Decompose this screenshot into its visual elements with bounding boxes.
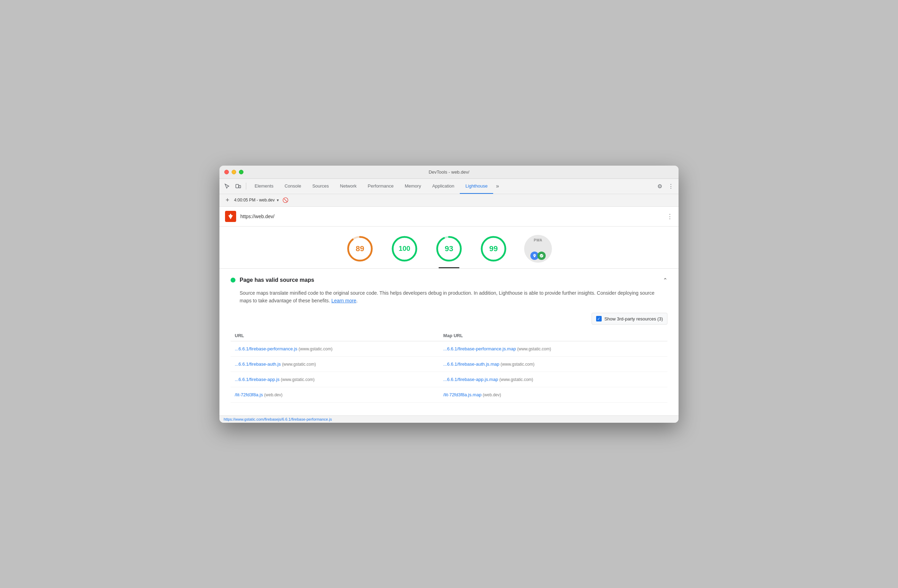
more-options-icon: ⋮ (668, 183, 674, 189)
title-bar: DevTools - web.dev/ (220, 166, 678, 179)
checkbox-label: Show 3rd-party resources (3) (604, 316, 663, 322)
main-content: Page has valid source maps ⌃ Source maps… (220, 269, 678, 411)
cell-map-url-0: ...6.6.1/firebase-performance.js.map (ww… (439, 341, 667, 357)
tab-lighthouse[interactable]: Lighthouse (460, 179, 493, 194)
add-tab-button[interactable]: + (224, 196, 231, 204)
audit-title: Page has valid source maps (240, 277, 314, 283)
map-url-text-1[interactable]: ...6.6.1/firebase-auth.js.map (443, 362, 500, 367)
checkbox-row: ✓ Show 3rd-party resources (3) (231, 313, 667, 325)
map-domain-2: (www.gstatic.com) (500, 377, 533, 382)
tab-sources[interactable]: Sources (307, 179, 335, 194)
score-value-seo: 99 (489, 244, 498, 253)
score-circle-best-practices: 93 (435, 235, 463, 263)
lighthouse-panel: https://web.dev/ ⋮ 89 (220, 207, 678, 416)
tab-memory[interactable]: Memory (399, 179, 427, 194)
score-value-performance: 89 (356, 244, 364, 253)
table-row[interactable]: ...6.6.1/firebase-performance.js (www.gs… (231, 341, 667, 357)
table-row[interactable]: /lit-72fd3f8a.js (web.dev) /lit-72fd3f8a… (231, 387, 667, 403)
settings-icon: ⚙ (657, 183, 662, 189)
pwa-icons (530, 252, 546, 260)
url-domain-1: (www.gstatic.com) (282, 362, 316, 367)
score-value-accessibility: 100 (398, 245, 410, 252)
svg-rect-0 (236, 185, 238, 188)
maximize-button[interactable] (239, 170, 243, 174)
url-bar: https://web.dev/ ⋮ (220, 207, 678, 226)
more-options-button[interactable]: ⋮ (666, 181, 676, 191)
score-circle-accessibility: 100 (391, 235, 418, 263)
devtools-toolbar: Elements Console Sources Network Perform… (220, 179, 678, 194)
traffic-lights (224, 170, 243, 174)
toolbar-divider (246, 183, 246, 189)
url-text-1[interactable]: ...6.6.1/firebase-auth.js (235, 362, 281, 367)
learn-more-link[interactable]: Learn more (331, 298, 357, 303)
cell-url-1: ...6.6.1/firebase-auth.js (www.gstatic.c… (231, 357, 439, 372)
dropdown-arrow-icon[interactable]: ▼ (276, 198, 280, 202)
svg-rect-1 (239, 185, 241, 188)
score-best-practices[interactable]: 93 (435, 235, 463, 268)
table-row[interactable]: ...6.6.1/firebase-auth.js (www.gstatic.c… (231, 357, 667, 372)
resource-table: URL Map URL ...6.6.1/firebase-performanc… (231, 330, 667, 403)
map-url-text-2[interactable]: ...6.6.1/firebase-app.js.map (443, 377, 498, 382)
settings-button[interactable]: ⚙ (655, 181, 664, 191)
url-text-2[interactable]: ...6.6.1/firebase-app.js (235, 377, 280, 382)
score-circle-performance: 89 (346, 235, 374, 263)
tab-network[interactable]: Network (335, 179, 362, 194)
map-domain-0: (www.gstatic.com) (517, 346, 551, 351)
score-value-best-practices: 93 (445, 244, 453, 253)
map-domain-1: (www.gstatic.com) (500, 362, 534, 367)
cell-url-0: ...6.6.1/firebase-performance.js (www.gs… (231, 341, 439, 357)
current-tab-label: 4:00:05 PM - web.dev ▼ (234, 198, 280, 203)
inspected-url: https://web.dev/ (240, 214, 663, 219)
url-domain-2: (www.gstatic.com) (281, 377, 314, 382)
url-domain-3: (web.dev) (264, 393, 283, 397)
cell-url-3: /lit-72fd3f8a.js (web.dev) (231, 387, 439, 403)
cell-map-url-1: ...6.6.1/firebase-auth.js.map (www.gstat… (439, 357, 667, 372)
score-pwa[interactable]: PWA (524, 235, 552, 268)
score-performance[interactable]: 89 (346, 235, 374, 268)
table-row[interactable]: ...6.6.1/firebase-app.js (www.gstatic.co… (231, 372, 667, 387)
col-map-url: Map URL (439, 330, 667, 341)
cell-map-url-3: /lit-72fd3f8a.js.map (web.dev) (439, 387, 667, 403)
tab-console[interactable]: Console (279, 179, 307, 194)
col-url: URL (231, 330, 439, 341)
close-button[interactable] (224, 170, 229, 174)
lighthouse-logo (225, 211, 236, 222)
checkbox-icon[interactable]: ✓ (596, 316, 602, 322)
map-url-text-3[interactable]: /lit-72fd3f8a.js.map (443, 392, 482, 397)
map-url-text-0[interactable]: ...6.6.1/firebase-performance.js.map (443, 346, 516, 351)
tab-elements[interactable]: Elements (249, 179, 279, 194)
map-domain-3: (web.dev) (483, 393, 501, 397)
pwa-icon-2 (537, 252, 546, 260)
device-toggle-button[interactable] (234, 181, 243, 191)
no-entry-icon[interactable]: 🚫 (282, 197, 288, 203)
status-bar-url[interactable]: https://www.gstatic.com/firebasejs/6.6.1… (224, 417, 332, 421)
table-body: ...6.6.1/firebase-performance.js (www.gs… (231, 341, 667, 403)
cell-map-url-2: ...6.6.1/firebase-app.js.map (www.gstati… (439, 372, 667, 387)
secondary-toolbar: + 4:00:05 PM - web.dev ▼ 🚫 (220, 194, 678, 207)
show-3rdparty-checkbox[interactable]: ✓ Show 3rd-party resources (3) (592, 313, 667, 325)
collapse-button[interactable]: ⌃ (663, 277, 667, 283)
pwa-badge: PWA (524, 235, 552, 263)
pwa-label: PWA (534, 238, 542, 242)
minimize-button[interactable] (232, 170, 236, 174)
scores-section: 89 100 (220, 226, 678, 269)
tab-application[interactable]: Application (427, 179, 460, 194)
add-icon: + (226, 197, 229, 204)
score-accessibility[interactable]: 100 (391, 235, 418, 268)
nav-tabs: Elements Console Sources Network Perform… (249, 179, 654, 194)
inspect-element-button[interactable] (222, 181, 232, 191)
url-bar-more-icon[interactable]: ⋮ (667, 212, 673, 220)
devtools-window: DevTools - web.dev/ Elements Console Sou… (220, 166, 678, 423)
toolbar-right: ⚙ ⋮ (655, 181, 676, 191)
status-dot-pass (231, 278, 235, 283)
url-domain-0: (www.gstatic.com) (299, 346, 332, 351)
url-text-3[interactable]: /lit-72fd3f8a.js (235, 392, 263, 397)
window-title: DevTools - web.dev/ (429, 169, 469, 175)
table-header: URL Map URL (231, 330, 667, 341)
score-seo[interactable]: 99 (480, 235, 507, 268)
more-tabs-button[interactable]: » (493, 179, 502, 194)
tab-performance[interactable]: Performance (362, 179, 399, 194)
score-circle-seo: 99 (480, 235, 507, 263)
url-text-0[interactable]: ...6.6.1/firebase-performance.js (235, 346, 297, 351)
cell-url-2: ...6.6.1/firebase-app.js (www.gstatic.co… (231, 372, 439, 387)
